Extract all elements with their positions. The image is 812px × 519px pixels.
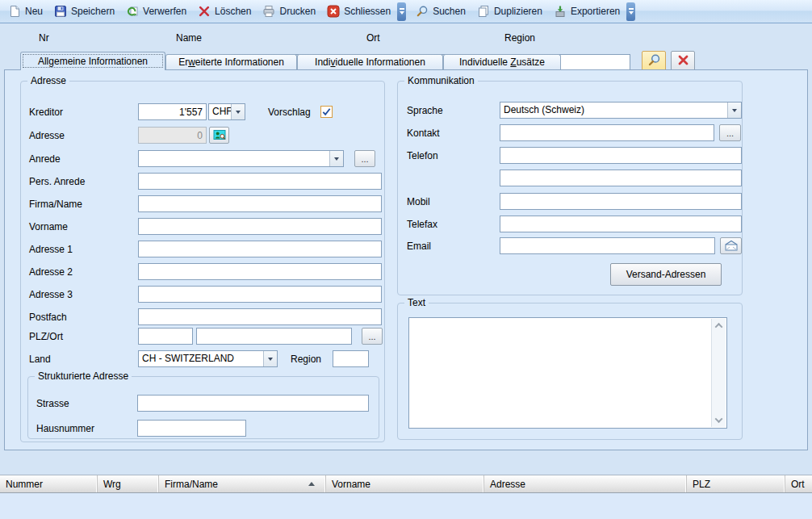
ellipsis-label: ... <box>368 332 375 341</box>
export-icon <box>554 5 567 18</box>
tab-allgemeine-informationen[interactable]: Allgemeine Informationen <box>20 52 165 70</box>
adresse2-input[interactable] <box>138 263 382 280</box>
adresse2-label: Adresse 2 <box>29 266 138 278</box>
delete-button[interactable]: Löschen <box>192 2 257 21</box>
text-group-legend: Text <box>404 297 429 309</box>
new-button[interactable]: Neu <box>2 2 48 21</box>
region-field-label: Region <box>291 354 321 365</box>
tab-individuelle-zusaetze[interactable]: Individuelle Zusätze <box>443 54 561 69</box>
sprache-combobox[interactable]: Deutsch (Schweiz) <box>500 102 742 119</box>
strukturierte-adresse-legend: Strukturierte Adresse <box>35 370 132 383</box>
kommunikation-group: Kommunikation Sprache Deutsch (Schweiz) … <box>397 81 743 295</box>
firma-name-input[interactable] <box>138 195 382 212</box>
currency-dropdown-arrow[interactable] <box>231 104 245 119</box>
vorschlag-checkbox[interactable] <box>320 106 333 118</box>
telefon-input[interactable] <box>500 147 742 164</box>
quick-search-bar: Nr Name Ort Region <box>0 24 812 52</box>
tab-erweiterte-informationen[interactable]: Erweiterte Informationen <box>165 54 297 69</box>
kreditor-label: Kreditor <box>29 107 138 118</box>
adresse3-input[interactable] <box>138 286 382 303</box>
land-label: Land <box>29 354 138 365</box>
text-scrollbar[interactable] <box>711 319 726 427</box>
print-icon <box>262 5 275 18</box>
plz-input[interactable] <box>138 328 193 345</box>
region-label: Region <box>504 32 535 44</box>
region-field-input[interactable] <box>333 350 369 367</box>
land-dropdown-arrow[interactable] <box>263 351 277 366</box>
ellipsis-label: ... <box>726 128 734 138</box>
new-button-label: Neu <box>25 6 43 17</box>
envelope-icon <box>724 240 739 253</box>
ort-label: Ort <box>366 32 380 44</box>
firma-name-label: Firma/Name <box>29 199 138 210</box>
strasse-input[interactable] <box>137 395 369 412</box>
new-document-icon <box>8 5 21 18</box>
column-header-nummer[interactable]: Nummer <box>0 475 98 492</box>
kontakt-input[interactable] <box>500 124 714 141</box>
search-button-label: Suchen <box>433 6 466 17</box>
adresse3-label: Adresse 3 <box>29 289 138 300</box>
kontakt-label: Kontakt <box>407 128 500 139</box>
column-header-plz[interactable]: PLZ <box>687 475 785 492</box>
anrede-dropdown-arrow[interactable] <box>329 151 343 166</box>
column-header-vorname[interactable]: Vorname <box>326 475 484 492</box>
column-header-wrg[interactable]: Wrg <box>98 475 159 492</box>
close-button-label: Schliessen <box>344 6 391 17</box>
postfach-input[interactable] <box>138 308 382 325</box>
save-button[interactable]: Speichern <box>48 2 120 21</box>
adresse-nr-label: Adresse <box>29 130 138 141</box>
email-send-button[interactable] <box>720 237 742 254</box>
mobil-input[interactable] <box>500 193 742 210</box>
land-combobox[interactable]: CH - SWITZERLAND <box>138 350 278 367</box>
sprache-dropdown-arrow[interactable] <box>727 103 741 118</box>
email-input[interactable] <box>500 237 715 254</box>
vorschlag-label: Vorschlag <box>268 107 311 118</box>
search-button[interactable]: Suchen <box>410 2 471 21</box>
hausnummer-label: Hausnummer <box>36 423 137 434</box>
duplicate-button[interactable]: Duplizieren <box>471 2 548 21</box>
toolstrip-overflow-button-2[interactable] <box>626 2 635 21</box>
kreditor-input[interactable] <box>138 103 207 120</box>
vorname-input[interactable] <box>138 218 382 235</box>
adresse1-input[interactable] <box>138 241 382 257</box>
plz-ort-label: PLZ/Ort <box>29 331 138 342</box>
anrede-combobox[interactable] <box>138 150 344 167</box>
plz-browse-button[interactable]: ... <box>362 328 383 345</box>
hausnummer-input[interactable] <box>137 420 246 437</box>
adresse-lookup-button[interactable] <box>209 127 229 144</box>
land-value: CH - SWITZERLAND <box>139 351 263 366</box>
pers-anrede-input[interactable] <box>138 173 382 190</box>
versand-adressen-button[interactable]: Versand-Adressen <box>610 263 722 286</box>
export-button[interactable]: Exportieren <box>548 2 626 21</box>
telefax-label: Telefax <box>407 219 500 230</box>
column-header-ort[interactable]: Ort <box>785 475 812 492</box>
print-button[interactable]: Drucken <box>257 2 321 21</box>
sprache-label: Sprache <box>407 105 500 116</box>
sort-ascending-icon <box>308 482 315 486</box>
scroll-up-arrow-icon[interactable] <box>712 319 725 333</box>
close-button[interactable]: Schliessen <box>321 2 396 21</box>
discard-button-label: Verwerfen <box>143 6 186 17</box>
toolstrip-overflow-button[interactable] <box>397 2 406 21</box>
telefon-label: Telefon <box>407 150 500 161</box>
results-grid-header: Nummer Wrg Firma/Name Vorname Adresse PL… <box>0 475 812 493</box>
discard-icon <box>126 5 139 18</box>
tab-strip: Allgemeine Informationen Erweiterte Info… <box>0 52 812 70</box>
kontakt-browse-button[interactable]: ... <box>719 124 741 141</box>
delete-button-label: Löschen <box>215 6 251 17</box>
ort-city-input[interactable] <box>196 328 352 345</box>
column-header-firma-name[interactable]: Firma/Name <box>159 475 326 492</box>
anrede-browse-button[interactable]: ... <box>354 150 375 167</box>
currency-combobox[interactable]: CHF <box>208 103 245 120</box>
strasse-label: Strasse <box>36 398 137 409</box>
discard-button[interactable]: Verwerfen <box>120 2 192 21</box>
email-label: Email <box>407 241 500 252</box>
check-icon <box>321 107 332 117</box>
scroll-down-arrow-icon[interactable] <box>712 413 725 427</box>
telefax-input[interactable] <box>500 216 742 232</box>
telefon2-input[interactable] <box>500 170 742 186</box>
column-header-adresse[interactable]: Adresse <box>484 475 687 492</box>
tab-individuelle-informationen[interactable]: Individuelle Informationen <box>297 54 443 69</box>
text-textarea[interactable] <box>408 317 727 429</box>
ellipsis-label: ... <box>361 154 368 164</box>
